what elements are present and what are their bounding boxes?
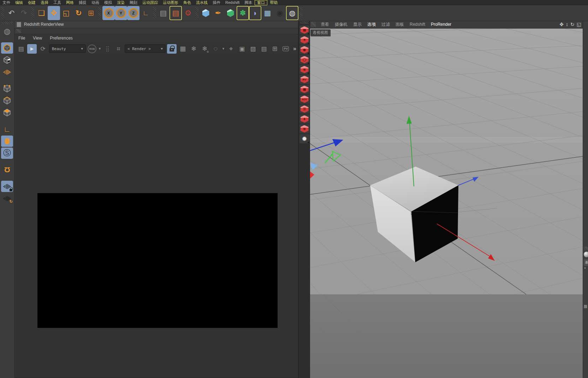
pan-icon[interactable]: ✥: [559, 22, 564, 27]
light-object-button[interactable]: ◍: [286, 6, 298, 20]
undo-button[interactable]: ↶: [5, 6, 18, 20]
overlay-dropdown[interactable]: ▼: [222, 47, 225, 50]
model-mode-button[interactable]: [1, 42, 13, 54]
dither-button[interactable]: ⣿: [103, 44, 112, 54]
rv-menu-view[interactable]: View: [29, 36, 46, 41]
menu-sculpt[interactable]: 雕刻: [127, 0, 140, 5]
renderview-titlebar[interactable]: Redshift RenderView: [14, 21, 298, 28]
lock-y-button[interactable]: Y: [115, 6, 127, 20]
lock-x-button[interactable]: X: [102, 6, 115, 20]
edges-mode-button[interactable]: [1, 95, 13, 106]
menu-redshift[interactable]: Redshift: [223, 0, 242, 5]
polygons-mode-button[interactable]: [1, 107, 13, 118]
vp-menu-options[interactable]: 选项: [364, 22, 379, 28]
menu-plugins[interactable]: 插件: [210, 0, 223, 5]
menu-help[interactable]: 帮助: [267, 0, 280, 5]
points-mode-button[interactable]: [1, 83, 13, 94]
rs-material-button[interactable]: ≣: [299, 65, 309, 74]
lock-render-button[interactable]: [167, 44, 177, 54]
workplane-lock-button[interactable]: [1, 181, 13, 192]
render-settings-button[interactable]: ⚙: [182, 6, 194, 20]
snapshot-film-button[interactable]: ▤: [16, 44, 26, 54]
rs-proxy-button[interactable]: ✹: [299, 134, 309, 143]
live-selection-button[interactable]: ❏: [35, 6, 48, 20]
camera-object-button[interactable]: ◉: [274, 6, 286, 20]
material-mode-button[interactable]: 基: [584, 259, 588, 266]
lock-z-button[interactable]: Z: [127, 6, 139, 20]
menu-script[interactable]: 脚本: [242, 0, 255, 5]
menu-file[interactable]: 文件: [0, 0, 13, 5]
region-render-button[interactable]: ▣: [237, 44, 247, 54]
menu-simulate[interactable]: 模拟: [102, 0, 114, 5]
scale-tool-button[interactable]: ◱: [60, 6, 72, 20]
rs-camera-button[interactable]: ◉: [299, 45, 309, 54]
start-ipr-button[interactable]: ▶: [27, 44, 37, 54]
redo-button[interactable]: ↷: [18, 6, 30, 20]
rs-shader-graph-button[interactable]: ⋔: [299, 114, 309, 124]
vp-menu-view[interactable]: 查看: [318, 22, 332, 28]
restart-render-button[interactable]: ⟳: [38, 44, 48, 54]
vp-menu-display[interactable]: 显示: [350, 22, 364, 28]
axis-mode-button[interactable]: ∟: [1, 124, 13, 135]
orbit-icon[interactable]: ↻: [570, 22, 575, 27]
viewport-solo-button[interactable]: [1, 136, 13, 147]
texture-mode-button[interactable]: [1, 54, 13, 66]
snap-button[interactable]: Ω: [1, 164, 13, 175]
menu-character[interactable]: 角色: [181, 0, 194, 5]
toolbar-grip[interactable]: [1, 7, 4, 19]
focus-pick-button[interactable]: ⌖: [226, 44, 236, 54]
toolbar-grip[interactable]: [153, 7, 156, 19]
dock-grip[interactable]: [16, 29, 21, 33]
rv-menu-preferences[interactable]: Preferences: [46, 36, 77, 41]
rv-menu-file[interactable]: File: [14, 36, 29, 41]
toolbar-grip[interactable]: [299, 7, 303, 19]
workplane-interactive-button[interactable]: ↻: [1, 193, 13, 204]
toolbar-grip[interactable]: [98, 7, 101, 19]
viewport-view-label[interactable]: 透视视图: [310, 29, 330, 36]
chevron-down-icon[interactable]: ▼: [584, 267, 588, 269]
menu-create[interactable]: 创建: [25, 0, 38, 5]
mograph-cloner-button[interactable]: ✽: [237, 6, 249, 20]
menu-edit[interactable]: 编辑: [13, 0, 25, 5]
toolbar-grip[interactable]: [195, 7, 198, 19]
move-tool-button[interactable]: ✥: [48, 6, 60, 20]
dolly-icon[interactable]: ↕: [566, 22, 568, 27]
menu-mograph[interactable]: 运动图形: [160, 0, 181, 5]
vp-menu-cameras[interactable]: 摄像机: [332, 22, 350, 28]
menu-animate[interactable]: 动画: [89, 0, 102, 5]
channel-dropdown[interactable]: ▼: [98, 47, 101, 50]
rs-aov-button[interactable]: AOV: [299, 95, 309, 104]
viewport-grip[interactable]: [311, 22, 316, 27]
view-filter-button[interactable]: ◍: [1, 26, 13, 37]
deformer-button[interactable]: ◗: [249, 6, 261, 20]
floor-object-button[interactable]: ▦: [261, 6, 274, 20]
freeze-global-button[interactable]: ❄G: [200, 44, 209, 54]
rs-renderview-button[interactable]: RV: [299, 75, 309, 84]
bucket-grid-button[interactable]: ▦: [178, 44, 188, 54]
crop-button[interactable]: ⌗: [114, 44, 123, 54]
vp-menu-prorender[interactable]: ProRender: [428, 22, 454, 27]
menu-snap[interactable]: 捕捉: [76, 0, 89, 5]
rs-ipr-button[interactable]: ▦: [299, 85, 309, 94]
render-mode-dropdown[interactable]: < Render > ▼: [125, 44, 166, 53]
shelf-grip[interactable]: [300, 21, 309, 24]
panel-grip[interactable]: [584, 247, 588, 250]
rotate-tool-button[interactable]: ↻: [72, 6, 85, 20]
layout-toggle-icon[interactable]: ◱: [577, 22, 581, 27]
cube-primitive-button[interactable]: [200, 6, 212, 20]
subdivision-surface-button[interactable]: [224, 6, 237, 20]
workplane-mode-button[interactable]: [1, 66, 13, 78]
pass-selector-dropdown[interactable]: Beauty ▼: [49, 44, 86, 53]
palette-grip[interactable]: [2, 22, 12, 24]
region-stripes-button[interactable]: ▨: [248, 44, 258, 54]
menu-select[interactable]: 选择: [38, 0, 51, 5]
vp-menu-filter[interactable]: 过滤: [379, 22, 393, 28]
channel-toggle-button[interactable]: RGB: [87, 44, 97, 54]
rs-material-stack-button[interactable]: ≣: [299, 124, 309, 133]
menu-render[interactable]: 渲染: [114, 0, 127, 5]
menu-window[interactable]: 窗口: [255, 0, 267, 5]
sample-overlay-button[interactable]: ◌: [211, 44, 220, 54]
menu-pipeline[interactable]: 流水线: [194, 0, 210, 5]
viewport-canvas[interactable]: [310, 20, 583, 378]
menu-tools[interactable]: 工具: [51, 0, 64, 5]
